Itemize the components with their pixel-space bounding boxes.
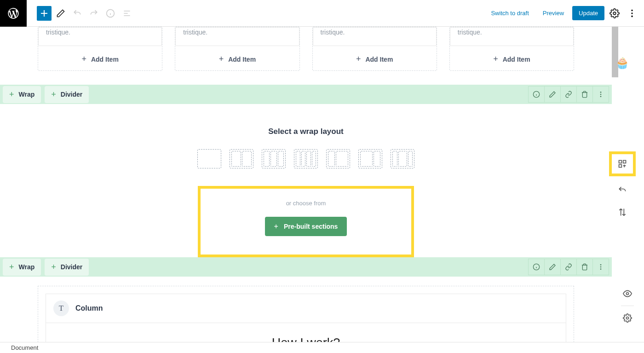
choose-from-text: or choose from <box>265 200 347 207</box>
add-block-button[interactable] <box>37 6 52 21</box>
edit-icon[interactable] <box>544 86 561 103</box>
column-type-badge: T <box>53 301 69 316</box>
prebuilt-highlight: or choose from +Pre-built sections <box>198 186 414 257</box>
plus-icon: + <box>9 90 14 99</box>
svg-point-2 <box>631 9 633 11</box>
plus-icon: + <box>51 262 56 272</box>
svg-point-8 <box>600 96 602 97</box>
wrap-label: Wrap <box>19 263 35 271</box>
layout-1-2-1[interactable] <box>391 149 414 168</box>
link-icon[interactable] <box>560 259 577 275</box>
info-icon[interactable] <box>528 86 545 103</box>
settings-side-icon[interactable] <box>619 310 636 326</box>
edit-mode-icon[interactable] <box>53 6 68 21</box>
add-item-button[interactable]: +Add Item <box>450 46 574 64</box>
add-item-label: Add Item <box>91 56 119 63</box>
divider-label: Divider <box>61 91 82 98</box>
add-item-label: Add Item <box>228 56 256 63</box>
grid-item[interactable]: tristique. +Add Item <box>312 27 437 71</box>
svg-point-6 <box>600 92 602 93</box>
preview-side-icon[interactable] <box>619 285 636 302</box>
prebuilt-sections-button[interactable]: +Pre-built sections <box>265 217 347 236</box>
info-button <box>103 6 118 21</box>
update-button[interactable]: Update <box>572 6 604 20</box>
column-wrapper[interactable]: T Column How I work? <box>38 286 574 342</box>
more-options-icon[interactable] <box>625 6 639 21</box>
wordpress-logo[interactable] <box>0 0 27 27</box>
add-item-label: Add Item <box>503 56 530 63</box>
item-text: tristique. <box>458 28 566 37</box>
item-text: tristique. <box>46 28 154 37</box>
item-text: tristique. <box>183 28 291 37</box>
layout-2col[interactable] <box>230 149 253 168</box>
delete-icon[interactable] <box>576 86 593 103</box>
layout-4col[interactable] <box>294 149 318 168</box>
outline-button <box>120 6 134 21</box>
svg-point-17 <box>627 317 629 319</box>
sort-side-icon[interactable] <box>614 204 631 220</box>
divider-label: Divider <box>61 263 82 271</box>
plus-icon: + <box>274 222 278 231</box>
preview-button[interactable]: Preview <box>537 7 569 19</box>
more-icon[interactable] <box>592 259 609 275</box>
redo-button <box>86 6 101 21</box>
layout-panel-button[interactable] <box>609 151 636 176</box>
svg-point-3 <box>631 12 633 14</box>
plus-icon: + <box>81 54 86 64</box>
layout-3col[interactable] <box>262 149 286 168</box>
layout-2-1[interactable] <box>358 149 382 168</box>
delete-icon[interactable] <box>576 259 593 275</box>
column-label: Column <box>75 304 103 312</box>
wrap-button[interactable]: +Wrap <box>3 86 41 103</box>
edit-icon[interactable] <box>544 259 561 275</box>
undo-side-icon[interactable] <box>614 182 631 198</box>
wrap-label: Wrap <box>19 91 35 98</box>
svg-point-11 <box>600 266 602 268</box>
add-item-button[interactable]: +Add Item <box>313 46 437 64</box>
svg-point-10 <box>600 264 602 266</box>
cupcake-icon[interactable]: 🧁 <box>615 57 629 69</box>
wrap-layout-title: Select a wrap layout <box>0 127 612 136</box>
link-icon[interactable] <box>560 86 577 103</box>
svg-point-4 <box>631 15 633 17</box>
item-text: tristique. <box>321 28 429 37</box>
divider-button[interactable]: +Divider <box>45 86 89 103</box>
divider-button[interactable]: +Divider <box>45 259 89 276</box>
add-item-label: Add Item <box>365 56 393 63</box>
svg-point-1 <box>613 12 616 15</box>
wrap-button[interactable]: +Wrap <box>3 259 41 276</box>
info-icon[interactable] <box>528 259 545 275</box>
grid-item[interactable]: tristique. +Add Item <box>175 27 299 71</box>
svg-point-16 <box>627 293 629 295</box>
plus-icon: + <box>493 54 498 64</box>
layout-1-2[interactable] <box>326 149 350 168</box>
plus-icon: + <box>356 54 361 64</box>
more-icon[interactable] <box>592 86 609 103</box>
svg-rect-13 <box>619 161 622 163</box>
grid-item[interactable]: tristique. +Add Item <box>38 27 162 71</box>
layout-1col[interactable] <box>197 149 221 168</box>
grid-item[interactable]: tristique. +Add Item <box>449 27 574 71</box>
prebuilt-label: Pre-built sections <box>284 223 338 230</box>
svg-rect-15 <box>619 165 622 168</box>
plus-icon: + <box>51 90 56 99</box>
plus-icon: + <box>9 262 14 272</box>
plus-icon: + <box>219 54 224 64</box>
settings-icon[interactable] <box>607 6 622 21</box>
add-item-button[interactable]: +Add Item <box>175 46 299 64</box>
add-item-button[interactable]: +Add Item <box>38 46 162 64</box>
status-document[interactable]: Document <box>11 344 38 351</box>
switch-to-draft-button[interactable]: Switch to draft <box>485 7 534 19</box>
svg-rect-14 <box>623 161 626 163</box>
undo-button <box>70 6 85 21</box>
svg-point-12 <box>600 268 602 270</box>
svg-point-7 <box>600 94 602 95</box>
column-heading[interactable]: How I work? <box>46 323 566 342</box>
